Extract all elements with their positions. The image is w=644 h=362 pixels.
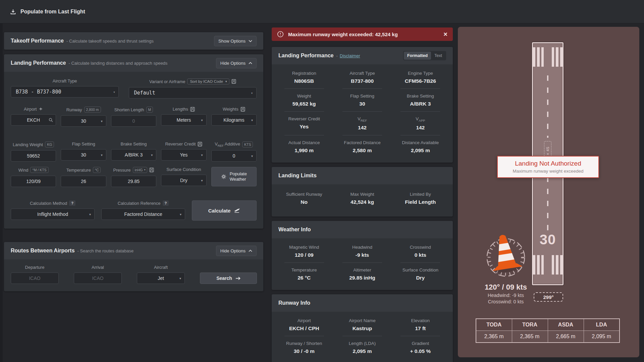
result-cell: Engine TypeCFM56-7B26 — [391, 66, 449, 88]
populate-weather-button[interactable]: PopulateWeather — [211, 167, 257, 186]
close-icon[interactable]: × — [443, 31, 447, 38]
lengths-unit-select[interactable]: Meters▾ — [161, 114, 206, 126]
crosswind-value: Crosswind: 0 kts — [467, 299, 544, 304]
dropdown-arrow-icon: ▾ — [251, 91, 253, 95]
route-aircraft-select[interactable]: Jet▾ — [137, 273, 185, 284]
brake-setting-select[interactable]: A/BRK 3▾ — [111, 149, 156, 161]
formatted-toggle-button[interactable]: Formatted — [404, 52, 431, 60]
save-default-icon[interactable] — [190, 107, 195, 112]
result-cell: Crosswind0 kts — [391, 240, 449, 262]
arrival-input[interactable] — [74, 273, 122, 284]
runway-visualization-panel: × 45 30 299° Landing Not Authorized Maxi… — [458, 27, 639, 357]
view-toggle: Formatted Text — [403, 51, 446, 60]
calculate-label: Calculate — [208, 208, 231, 214]
save-default-icon[interactable] — [231, 79, 236, 84]
shorten-unit-badge: M — [146, 107, 153, 113]
shorten-length-label: Shorten Length M — [111, 107, 156, 113]
left-scrollbar-track[interactable] — [0, 23, 3, 362]
temperature-input[interactable] — [61, 176, 106, 187]
download-icon — [10, 9, 16, 15]
headwind-value: Headwind: -9 kts — [467, 293, 544, 298]
disclaimer-link[interactable]: Disclaimer — [340, 53, 360, 58]
distance-value: 2,365 m — [512, 331, 548, 343]
pressure-unit-badge[interactable]: inHG▾ — [133, 167, 148, 173]
results-header: Landing Performance - Disclaimer Formatt… — [272, 47, 453, 64]
weights-unit-select[interactable]: Kilograms▾ — [211, 114, 257, 126]
reverser-credit-select[interactable]: Yes▾ — [161, 149, 206, 161]
variant-sort-select[interactable]: Sort by ICAO Code▾ — [187, 78, 229, 84]
pressure-input[interactable] — [111, 176, 156, 187]
takeoff-panel-subtitle: - Calculate takeoff speeds and thrust se… — [66, 39, 154, 44]
variant-select[interactable]: Default▾ — [129, 87, 257, 99]
calculate-button[interactable]: Calculate — [192, 200, 257, 221]
top-bar: Populate from Last Flight — [0, 0, 644, 23]
alert-icon — [277, 31, 284, 38]
landing-weight-label: Landing Weight KG — [11, 141, 56, 147]
dropdown-arrow-icon: ▾ — [113, 90, 115, 94]
routes-panel-header: Routes Between Airports - Search the rou… — [4, 242, 263, 259]
calc-reference-select[interactable]: Factored Distance▾ — [101, 208, 185, 220]
result-cell: VREF142 — [333, 111, 391, 135]
landing-weight-input[interactable] — [11, 150, 56, 162]
result-cell: Altimeter29.85 inHg — [333, 262, 391, 285]
runway-info-header: Runway Info — [272, 294, 453, 312]
result-cell: Distance Available2,095 m — [391, 135, 449, 158]
dropdown-arrow-icon: ▾ — [201, 118, 203, 122]
surface-condition-select[interactable]: Dry▾ — [161, 175, 206, 186]
dropdown-arrow-icon: ▾ — [225, 80, 227, 83]
calc-method-select[interactable]: Inflight Method▾ — [11, 208, 95, 220]
dropdown-arrow-icon: ▾ — [179, 277, 181, 280]
flap-setting-select[interactable]: 30▾ — [61, 149, 106, 161]
distance-header: TODA — [476, 319, 512, 331]
pressure-label: Pressure inHG▾ — [111, 167, 156, 173]
airport-label: Airport — [11, 107, 56, 112]
weight-unit-badge: KG — [45, 141, 54, 147]
gear-icon — [221, 174, 226, 179]
middle-column: Maximum runway weight exceeded: 42,524 k… — [272, 27, 453, 362]
takeoff-show-options-button[interactable]: Show Options — [214, 36, 257, 46]
landing-hide-options-button[interactable]: Hide Options — [216, 58, 257, 68]
populate-from-last-flight-button[interactable]: Populate from Last Flight — [10, 9, 85, 15]
weather-info-title: Weather Info — [278, 227, 311, 233]
result-cell: Gradient+ 0.05 % — [391, 336, 449, 359]
landing-form-title: Landing Performance — [11, 60, 66, 66]
left-column: Takeoff Performance - Calculate takeoff … — [4, 32, 263, 296]
wind-input[interactable] — [11, 176, 56, 187]
routes-form: Departure Arrival Aircraft Jet▾ Search — [4, 259, 263, 291]
search-routes-button[interactable]: Search — [200, 273, 257, 284]
aircraft-type-label: Aircraft Type — [11, 78, 119, 83]
result-cell: VAPP142 — [391, 111, 449, 135]
runway-info-title: Runway Info — [278, 300, 310, 306]
lengths-label: Lengths — [161, 107, 206, 112]
result-cell: Factored Distance2,580 m — [333, 135, 391, 158]
help-icon[interactable]: ? — [69, 200, 75, 206]
help-icon[interactable]: ? — [163, 200, 169, 206]
result-cell: Elevation17 ft — [391, 313, 449, 336]
show-options-label: Show Options — [218, 39, 246, 44]
result-cell: Actual Distance1,990 m — [275, 135, 333, 158]
text-toggle-button[interactable]: Text — [431, 52, 445, 60]
result-cell: Temperature26 °C — [275, 262, 333, 285]
departure-input[interactable] — [11, 273, 59, 284]
aircraft-type-select[interactable]: B738 - B737-800▾ — [11, 86, 119, 98]
vref-unit-badge: KTS — [242, 141, 253, 147]
search-icon[interactable] — [49, 118, 53, 122]
runway-select[interactable]: 30▾ — [61, 115, 106, 127]
vref-additive-select[interactable]: 0▾ — [211, 150, 257, 162]
save-default-icon[interactable] — [240, 107, 245, 112]
shorten-length-input[interactable] — [111, 115, 156, 127]
dropdown-arrow-icon: ▾ — [201, 179, 203, 182]
save-default-icon[interactable] — [149, 168, 154, 172]
route-aircraft-label: Aircraft — [137, 265, 185, 270]
runway-info-panel: Runway Info AirportEKCH / CPHAirport Nam… — [272, 294, 453, 362]
arrival-label: Arrival — [74, 265, 122, 270]
dropdown-arrow-icon: ▾ — [201, 153, 203, 157]
runway-info-grid: AirportEKCH / CPHAirport NameKastrupElev… — [272, 312, 453, 362]
variant-label: Variant or Airframe Sort by ICAO Code▾ — [129, 78, 257, 84]
chevron-up-icon — [249, 62, 252, 64]
routes-hide-options-button[interactable]: Hide Options — [216, 246, 257, 256]
distance-value: 2,665 m — [548, 331, 584, 343]
wind-cone-icon — [479, 231, 533, 281]
hide-options-label: Hide Options — [220, 248, 246, 253]
save-default-icon[interactable] — [198, 142, 202, 146]
